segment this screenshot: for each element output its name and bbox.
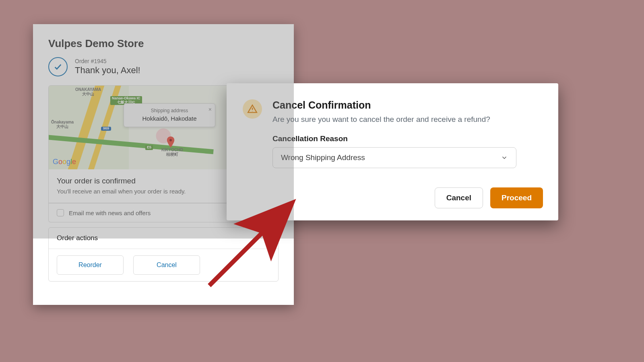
svg-point-3 — [252, 111, 252, 111]
order-meta: Order #1945 Thank you, Axel! — [75, 58, 140, 76]
cancellation-reason-select[interactable]: Wrong Shipping Address — [272, 147, 516, 168]
map-route-badge: 969 — [101, 127, 111, 131]
modal-title: Cancel Confirmation — [272, 99, 490, 111]
google-logo: Google — [53, 158, 76, 166]
reorder-button[interactable]: Reorder — [57, 255, 124, 275]
checkbox-icon[interactable] — [57, 209, 64, 216]
map-label: Ōnakayama大中山 — [51, 120, 74, 129]
cancellation-reason-label: Cancellation Reason — [272, 134, 542, 143]
chevron-down-icon — [501, 154, 508, 161]
modal-cancel-button[interactable]: Cancel — [435, 187, 483, 208]
modal-subtitle: Are you sure you want to cancel the orde… — [272, 115, 490, 124]
close-icon[interactable]: × — [208, 106, 212, 113]
cancel-order-button[interactable]: Cancel — [133, 255, 200, 275]
order-number: Order #1945 — [75, 58, 140, 64]
order-actions-title: Order actions — [49, 228, 278, 249]
newsletter-label: Email me with news and offers — [69, 210, 151, 216]
warning-icon — [243, 99, 262, 119]
store-title: Vulpes Demo Store — [33, 24, 294, 57]
modal-proceed-button[interactable]: Proceed — [490, 187, 543, 208]
cancel-confirmation-modal: Cancel Confirmation Are you sure you wan… — [227, 83, 558, 220]
shipping-address-value: Hokkaidō, Hakodate — [130, 115, 209, 122]
shipping-address-label: Shipping address — [130, 108, 209, 113]
thank-you-message: Thank you, Axel! — [75, 65, 140, 76]
map-label: ONAKAYAMA大中山 — [75, 87, 101, 96]
order-header: Order #1945 Thank you, Axel! — [33, 57, 294, 85]
map-pin-icon — [166, 136, 175, 145]
order-actions-panel: Order actions Reorder Cancel — [48, 227, 279, 282]
map-label: KIKYOCHO桔梗町 — [161, 148, 183, 156]
cancellation-reason-value: Wrong Shipping Address — [281, 153, 365, 162]
svg-point-0 — [169, 139, 172, 142]
checkmark-icon — [48, 57, 68, 76]
shipping-address-popup: × Shipping address Hokkaidō, Hakodate — [124, 103, 215, 127]
map-route-badge: E5 — [145, 145, 153, 150]
